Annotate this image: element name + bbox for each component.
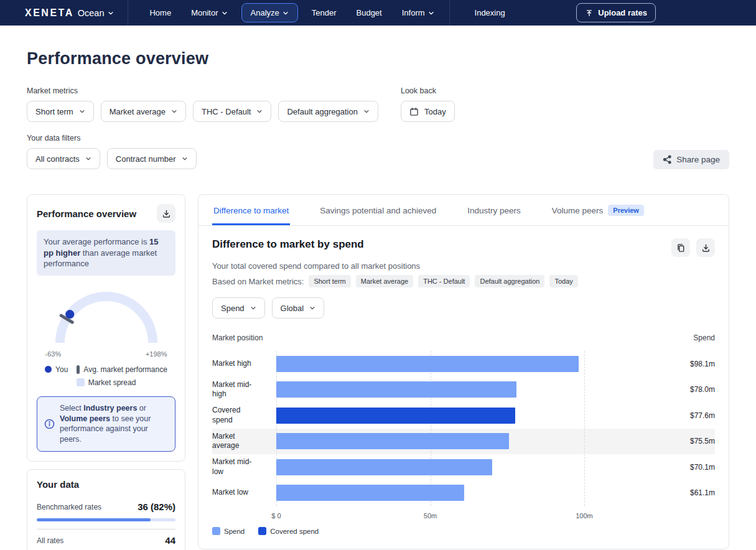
performance-card-title: Performance overview — [37, 208, 136, 219]
chart-row-market-low: Market low $61.1m — [212, 480, 715, 506]
metric-chip: Default aggregation — [475, 275, 544, 287]
navbar-divider — [449, 0, 450, 26]
x-axis: $ 0 50m 100m — [276, 508, 584, 523]
share-icon — [663, 155, 672, 164]
nav-item-indexing[interactable]: Indexing — [465, 4, 515, 21]
bar-chart: Market high $98.1m Market mid-high $78.0… — [212, 351, 715, 506]
chart-row-market-mid-low: Market mid-low $70.1m — [212, 454, 715, 480]
dropdown-contract-number[interactable]: Contract number — [107, 148, 197, 169]
brand-logo[interactable]: XENETA Ocean — [25, 7, 114, 19]
chevron-down-icon — [256, 108, 263, 114]
look-back-date-picker[interactable]: Today — [401, 101, 455, 122]
x-tick-100m: 100m — [576, 512, 593, 520]
chevron-down-icon — [171, 108, 177, 114]
tab-industry-peers[interactable]: Industry peers — [466, 195, 522, 225]
your-data-title: Your data — [37, 479, 175, 490]
benchmarked-rates-row: Benchmarked rates 36 (82%) — [37, 496, 175, 517]
chevron-down-icon — [79, 108, 85, 114]
benchmarked-progress-track — [37, 518, 175, 521]
based-on-metrics-row: Based on Market metrics: Short term Mark… — [212, 275, 715, 287]
dropdown-scope-global[interactable]: Global — [272, 297, 325, 319]
download-chart-button[interactable] — [157, 204, 175, 223]
chevron-down-icon — [108, 10, 114, 16]
analysis-panel: Difference to market Savings potential a… — [198, 194, 729, 549]
your-data-card: Your data Benchmarked rates 36 (82%) All… — [27, 469, 185, 550]
share-page-button[interactable]: Share page — [653, 150, 729, 169]
upload-icon — [585, 9, 594, 17]
filters-row-market-metrics: Market metrics Short term Market average… — [27, 86, 729, 122]
download-chart-button[interactable] — [696, 238, 715, 257]
your-data-filters-label: Your data filters — [27, 134, 197, 142]
chevron-down-icon — [428, 10, 434, 16]
metric-chip: Short term — [309, 275, 350, 287]
tab-savings-potential[interactable]: Savings potential and achieved — [319, 195, 437, 225]
gauge-chart — [50, 286, 162, 348]
preview-badge: Preview — [608, 205, 644, 216]
chevron-down-icon — [363, 108, 370, 114]
x-tick-50m: 50m — [424, 512, 437, 520]
dropdown-market-level[interactable]: Market average — [101, 101, 186, 122]
spend-bar[interactable] — [276, 381, 516, 398]
spend-bar[interactable] — [276, 356, 579, 372]
dropdown-thc[interactable]: THC - Default — [193, 101, 271, 122]
calendar-icon — [409, 107, 419, 116]
chart-legend: Spend Covered spend — [212, 527, 715, 535]
upload-rates-button[interactable]: Upload rates — [576, 3, 656, 22]
chevron-down-icon — [85, 156, 91, 162]
nav-item-home[interactable]: Home — [139, 4, 181, 21]
dropdown-term[interactable]: Short term — [27, 101, 94, 122]
performance-overview-card: Performance overview Your average perfor… — [27, 194, 185, 462]
performance-summary: Your average performance is 15 pp higher… — [37, 230, 175, 276]
copy-icon — [676, 243, 686, 253]
dropdown-aggregation[interactable]: Default aggregation — [278, 101, 378, 122]
covered-spend-legend-swatch — [258, 527, 266, 535]
nav-item-tender[interactable]: Tender — [302, 4, 347, 21]
download-icon — [162, 209, 171, 218]
tab-difference-to-market[interactable]: Difference to market — [212, 195, 290, 225]
gauge-min-label: -63% — [45, 350, 62, 358]
column-header-market-position: Market position — [212, 333, 263, 342]
chevron-down-icon — [250, 305, 256, 311]
dropdown-metric-spend[interactable]: Spend — [212, 297, 265, 319]
brand-name: XENETA — [25, 7, 74, 19]
chart-row-market-average: Market average $75.5m — [212, 429, 715, 455]
nav-item-monitor[interactable]: Monitor — [181, 4, 237, 21]
you-legend-swatch — [45, 366, 52, 373]
nav-item-analyze[interactable]: Analyze — [241, 3, 298, 22]
dropdown-contracts[interactable]: All contracts — [27, 148, 100, 169]
tab-volume-peers[interactable]: Volume peersPreview — [551, 195, 645, 225]
filters-row-your-data: Your data filters All contracts Contract… — [27, 134, 729, 169]
chart-row-covered-spend: Covered spend $77.6m — [212, 403, 715, 429]
you-marker-dot — [65, 310, 74, 319]
based-on-label: Based on Market metrics: — [212, 277, 304, 286]
chart-subtitle: Your total covered spend compared to all… — [212, 261, 715, 271]
x-tick-0: $ 0 — [271, 512, 281, 520]
spend-legend-swatch — [212, 527, 220, 535]
page-title: Performance overview — [27, 49, 729, 68]
brand-product: Ocean — [78, 8, 105, 18]
copy-chart-button[interactable] — [671, 238, 690, 257]
chart-row-market-mid-high: Market mid-high $78.0m — [212, 377, 715, 403]
metric-chip: Today — [549, 275, 577, 287]
look-back-label: Look back — [401, 86, 455, 95]
chevron-down-icon — [282, 10, 289, 16]
metric-chip: Market average — [356, 275, 413, 287]
spend-bar[interactable] — [276, 433, 509, 449]
chevron-down-icon — [309, 305, 315, 311]
market-spread-legend-swatch — [77, 378, 85, 386]
covered-spend-bar[interactable] — [276, 408, 515, 424]
avg-market-legend-swatch — [77, 365, 80, 374]
download-icon — [701, 243, 711, 253]
navbar-items: Home Monitor Analyze Tender Budget Infor… — [139, 0, 515, 26]
market-metrics-label: Market metrics — [27, 86, 378, 95]
spend-bar[interactable] — [276, 459, 492, 475]
peers-info-note: Select Industry peers or Volume peers to… — [37, 396, 175, 452]
all-rates-row: All rates 44 — [37, 529, 175, 550]
navbar-divider — [128, 0, 128, 26]
chart-title: Difference to market by spend — [212, 238, 364, 251]
spend-bar[interactable] — [276, 485, 464, 501]
nav-item-inform[interactable]: Inform — [392, 4, 444, 21]
info-icon — [44, 419, 55, 429]
nav-item-budget[interactable]: Budget — [347, 4, 392, 21]
column-header-spend: Spend — [693, 333, 715, 342]
